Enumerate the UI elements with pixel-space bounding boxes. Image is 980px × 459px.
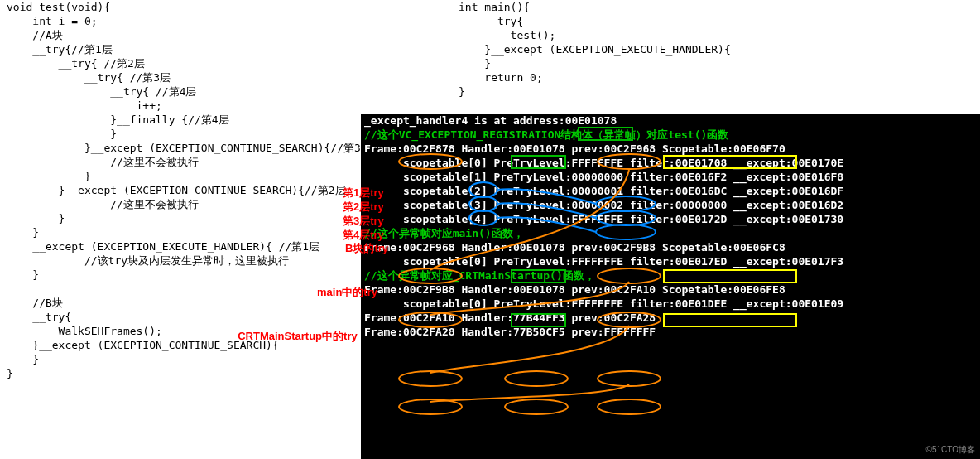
svg-point-23	[505, 399, 568, 414]
svg-point-9	[469, 210, 497, 225]
svg-rect-1	[512, 156, 565, 168]
svg-point-20	[598, 371, 661, 386]
svg-point-24	[598, 399, 661, 414]
watermark: ©51CTO博客	[926, 444, 975, 456]
svg-rect-4	[664, 156, 796, 168]
svg-point-19	[399, 371, 462, 386]
svg-point-8	[469, 196, 497, 211]
svg-point-21	[505, 371, 568, 386]
svg-point-13	[399, 154, 462, 169]
svg-point-11	[596, 210, 656, 225]
svg-rect-0	[579, 128, 632, 140]
svg-point-7	[469, 182, 497, 197]
svg-point-16	[598, 268, 661, 283]
svg-rect-2	[512, 270, 565, 283]
svg-point-10	[596, 196, 656, 211]
svg-point-12	[596, 225, 656, 239]
overlay-shapes	[0, 0, 980, 459]
svg-rect-6	[664, 314, 796, 326]
svg-point-15	[399, 268, 462, 283]
svg-rect-5	[664, 270, 796, 283]
svg-point-14	[598, 154, 661, 169]
svg-point-18	[598, 312, 661, 327]
svg-rect-3	[512, 314, 565, 326]
